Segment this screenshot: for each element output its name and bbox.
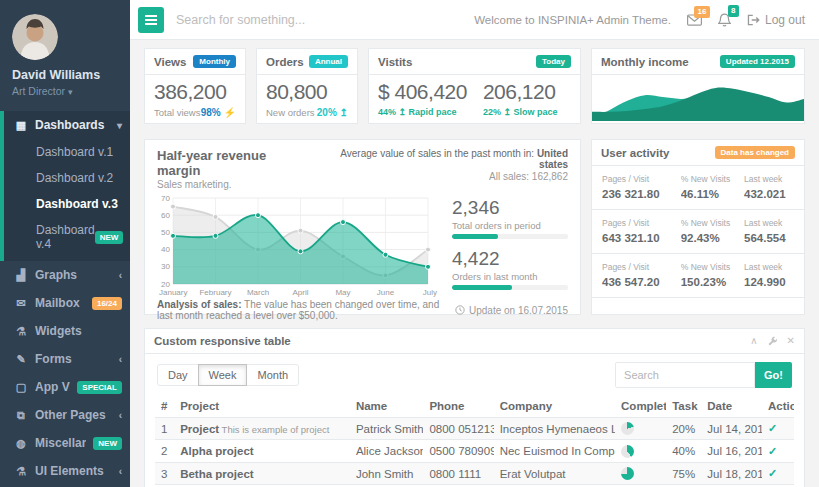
user-activity-title: User activity: [601, 147, 669, 159]
svg-text:March: March: [247, 288, 269, 297]
svg-text:70: 70: [161, 194, 170, 203]
orders-period-bar: [452, 234, 568, 239]
action-check-icon[interactable]: ✓: [768, 467, 777, 479]
menu-toggle-button[interactable]: [138, 7, 164, 33]
logout-button[interactable]: Log out: [747, 13, 805, 27]
other-pages-icon: ⧉: [14, 409, 28, 422]
orders-period-value: 2,346: [452, 197, 568, 219]
sidebar-item-ui-elements[interactable]: ⚗UI Elements‹: [0, 457, 130, 485]
visits-left-value: $ 406,420: [378, 80, 467, 104]
table-search-input[interactable]: [615, 362, 755, 388]
chevron-left-icon: ‹: [119, 466, 122, 477]
phone-cell: 0800 1111: [423, 462, 493, 484]
activity-cell: Pages / Visit236 321.80: [602, 174, 681, 200]
mailbox-icon: ✉: [14, 297, 28, 310]
app-views-icon: ▢: [14, 381, 28, 394]
sidebar-item-dashboards[interactable]: ▦Dashboards▾: [4, 111, 130, 139]
project-cell: Alpha project: [174, 440, 350, 462]
update-info: Update on 16.07.2015: [455, 305, 568, 316]
monthly-income-card: Monthly income Updated 12.2015: [591, 48, 805, 124]
name-cell: Patrick Smith: [350, 418, 423, 440]
chevron-left-icon: ‹: [119, 270, 122, 281]
action-cell: ✓: [762, 462, 794, 484]
miscellaneous-icon: ◍: [14, 437, 28, 450]
visits-card-title: Vistits: [378, 56, 412, 68]
table-search-go-button[interactable]: Go!: [755, 362, 792, 388]
messages-badge: 16: [694, 6, 710, 19]
activity-value: 124.990: [744, 276, 794, 288]
panel-tools: ∧ ✕: [750, 336, 795, 347]
name-cell: John Smith: [350, 462, 423, 484]
activity-cell: % New Visits92.43%: [681, 218, 744, 244]
table-panel-title: Custom responsive table: [154, 335, 291, 347]
sidebar-item-widgets[interactable]: ⚗Widgets: [0, 317, 130, 345]
user-name: David Williams: [12, 68, 118, 82]
sidebar-item-dashboard-v-3[interactable]: Dashboard v.3: [4, 191, 130, 217]
logout-label: Log out: [765, 13, 805, 27]
messages-button[interactable]: 16: [687, 14, 702, 26]
activity-label: Last week: [744, 174, 794, 184]
wrench-icon[interactable]: [767, 336, 778, 347]
phone-cell: 0800 051213: [423, 418, 493, 440]
stat-cards-row: Views Monthly 386,200 Total views 98% ⚡ …: [144, 48, 805, 124]
welcome-text: Welcome to INSPINIA+ Admin Theme.: [474, 14, 671, 26]
activity-cell: Last week564.554: [744, 218, 794, 244]
action-check-icon[interactable]: ✓: [768, 445, 777, 457]
chevron-left-icon: ‹: [119, 354, 122, 365]
sidebar-item-mailbox[interactable]: ✉Mailbox16/24: [0, 289, 130, 317]
orders-month-value: 4,422: [452, 248, 568, 270]
avatar[interactable]: [12, 14, 58, 60]
sidebar-item-miscellaneous[interactable]: ◍MiscellaneousNEW: [0, 429, 130, 457]
svg-text:February: February: [199, 288, 231, 297]
company-cell: Erat Volutpat: [494, 462, 615, 484]
orders-value: 80,800: [266, 80, 348, 104]
visits-right-value: 206,120: [483, 80, 558, 104]
activity-label: Last week: [744, 262, 794, 272]
orders-month-stat: 4,422 Orders in last month: [452, 248, 568, 290]
sidebar-item-label: Dashboards: [35, 118, 108, 132]
task-cell: 20%: [666, 418, 701, 440]
activity-value: 92.43%: [681, 232, 744, 244]
table-row: 1Project This is example of projectPatri…: [155, 418, 794, 440]
orders-badge: Annual: [309, 55, 348, 68]
sidebar-item-dashboard-v-2[interactable]: Dashboard v.2: [4, 165, 130, 191]
activity-cell: Pages / Visit643 321.10: [602, 218, 681, 244]
user-activity-panel: User activity Data has changed Pages / V…: [591, 139, 805, 315]
activity-label: Pages / Visit: [602, 174, 681, 184]
sidebar-submenu: Dashboard v.1Dashboard v.2Dashboard v.3D…: [4, 139, 130, 261]
date-cell: Jul 14, 2013: [701, 418, 762, 440]
user-role-dropdown[interactable]: Art Director ▾: [12, 85, 118, 97]
sidebar-item-label: Other Pages: [35, 408, 110, 422]
notifications-button[interactable]: 8: [718, 13, 731, 27]
sidebar-item-forms[interactable]: ✎Forms‹: [0, 345, 130, 373]
sidebar-item-app-views[interactable]: ▢App ViewsSPECIAL: [0, 373, 130, 401]
sidebar-item-graphs[interactable]: ▟Graphs‹: [0, 261, 130, 289]
view-month-button[interactable]: Month: [246, 364, 299, 386]
chevron-left-icon: ‹: [119, 410, 122, 421]
analysis-text: Analysis of sales: The value has been ch…: [157, 299, 455, 321]
search-input[interactable]: [176, 13, 462, 27]
views-card-title: Views: [154, 56, 186, 68]
sidebar-item-dashboard-v-1[interactable]: Dashboard v.1: [4, 139, 130, 165]
middle-panels-row: Half-year revenue margin Sales marketing…: [144, 139, 805, 315]
sidebar-subitem-label: Dashboard v.4: [36, 223, 95, 251]
sidebar-item-dashboard-v-4[interactable]: Dashboard v.4NEW: [4, 217, 130, 257]
view-day-button[interactable]: Day: [157, 364, 199, 386]
level-up-icon: ↥: [399, 107, 407, 117]
level-up-icon: ↥: [340, 107, 348, 118]
sidebar-item-label: UI Elements: [35, 464, 110, 478]
view-week-button[interactable]: Week: [198, 364, 248, 386]
column-header-: #: [155, 395, 174, 418]
visits-card: Vistits Today $ 406,420 44% ↥ Rapid pace…: [368, 48, 581, 124]
user-role-label: Art Director: [12, 85, 65, 97]
task-cell: 40%: [666, 440, 701, 462]
svg-text:50: 50: [161, 228, 170, 237]
orders-period-stat: 2,346 Total orders in period: [452, 197, 568, 239]
sidebar-item-other-pages[interactable]: ⧉Other Pages‹: [0, 401, 130, 429]
action-check-icon[interactable]: ✓: [768, 422, 777, 434]
phone-cell: 0500 780909: [423, 440, 493, 462]
responsive-table: #ProjectNamePhoneCompanyCompletedTaskDat…: [155, 395, 794, 487]
activity-cell: % New Visits150.23%: [681, 262, 744, 288]
sidebar-item-label: Widgets: [35, 324, 122, 338]
graphs-icon: ▟: [14, 269, 28, 282]
